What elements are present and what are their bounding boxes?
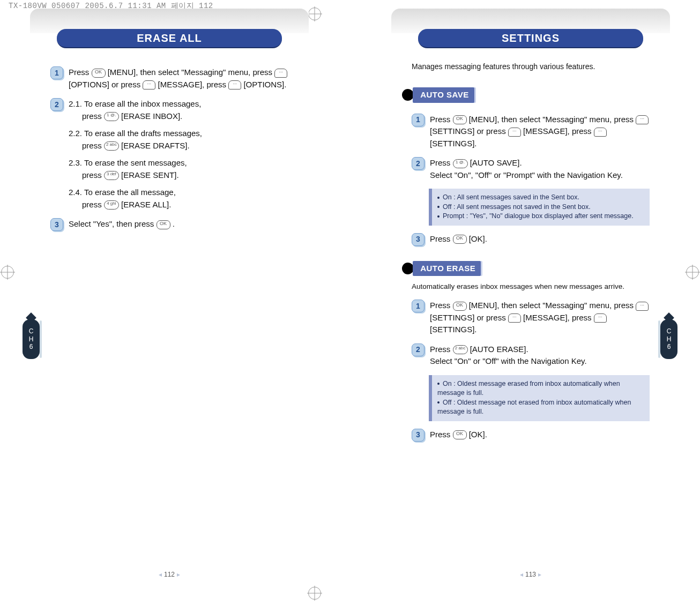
- ae-step-2: 2 Press 2 abc [AUTO ERASE]. Select "On" …: [412, 343, 650, 368]
- text-fragment: [OPTIONS] or press: [69, 80, 143, 89]
- page-title: ERASE ALL: [137, 32, 202, 44]
- text-fragment: [ERASE DRAFTS].: [121, 141, 190, 150]
- step-badge-3: 3: [50, 218, 63, 231]
- page-number-value: 112: [164, 571, 175, 578]
- softkey-icon: ···: [594, 313, 607, 323]
- page-number-value: 113: [525, 571, 536, 578]
- text-fragment: [MESSAGE], press: [521, 313, 594, 322]
- crop-mark-bottom: [307, 586, 322, 601]
- ae-step-3: 3 Press OK [OK].: [412, 429, 650, 442]
- crop-mark-right: [685, 265, 700, 280]
- text-fragment: Press: [430, 301, 453, 310]
- text-fragment: 2.2. To erase all the drafts messages,: [69, 129, 202, 138]
- chip-label: AUTO SAVE: [413, 87, 474, 103]
- numkey-2-icon: 2 abc: [453, 345, 468, 354]
- text-fragment: [MENU], then select "Messaging" menu, pr…: [467, 301, 636, 310]
- as-step-3-text: Press OK [OK].: [430, 233, 650, 246]
- text-fragment: [SETTINGS].: [430, 325, 477, 334]
- as-step-2-text: Press 1 @. [AUTO SAVE]. Select "On", "Of…: [430, 157, 650, 181]
- right-content: Manages messaging features through vario…: [391, 48, 670, 460]
- chapter-letter: C: [29, 327, 34, 335]
- substep: 2.3. To erase the sent messages, press 3…: [69, 157, 288, 181]
- step-badge-2: 2: [412, 343, 425, 356]
- chapter-number: 6: [667, 343, 671, 350]
- note-line: Off : All sent messages not saved in the…: [443, 203, 591, 211]
- ae-step-2-text: Press 2 abc [AUTO ERASE]. Select "On" or…: [430, 343, 650, 368]
- text-fragment: [MESSAGE], press: [521, 126, 594, 136]
- text-fragment: Select "Yes", then press: [69, 219, 157, 228]
- text-fragment: press: [82, 170, 104, 180]
- text-fragment: [ERASE ALL].: [121, 200, 171, 209]
- as-step-1-text: Press OK [MENU], then select "Messaging"…: [430, 114, 650, 150]
- as-step-2: 2 Press 1 @. [AUTO SAVE]. Select "On", "…: [412, 157, 650, 181]
- as-step-3: 3 Press OK [OK].: [412, 233, 650, 246]
- text-fragment: [OK].: [467, 430, 487, 439]
- step-badge-2: 2: [412, 157, 425, 170]
- text-fragment: press: [82, 141, 104, 150]
- text-fragment: [SETTINGS] or press: [430, 313, 508, 322]
- left-page: ERASE ALL 1 Press OK [MENU], then select…: [30, 9, 309, 584]
- lead-text: Manages messaging features through vario…: [412, 61, 650, 72]
- page-title: SETTINGS: [502, 32, 560, 44]
- ok-icon: OK: [157, 220, 170, 229]
- text-fragment: [AUTO ERASE].: [470, 345, 528, 354]
- right-page: SETTINGS Manages messaging features thro…: [391, 9, 670, 584]
- chapter-letter: C: [667, 327, 672, 335]
- page-number-left: ◂ 112 ▸: [159, 571, 180, 578]
- softkey-icon: ···: [228, 80, 241, 89]
- step-1: 1 Press OK [MENU], then select "Messagin…: [50, 66, 288, 91]
- text-fragment: Select "On" or "Off" with the Navigation…: [430, 356, 587, 365]
- ae-step-1-text: Press OK [MENU], then select "Messaging"…: [430, 300, 650, 336]
- numkey-3-icon: 3 def: [104, 171, 119, 180]
- page-number-wing-icon: ▸: [538, 571, 541, 578]
- softkey-icon: ···: [508, 313, 521, 323]
- title-bar: ERASE ALL: [30, 27, 309, 48]
- softkey-icon: ···: [636, 302, 649, 311]
- numkey-1-icon: 1 @.: [104, 112, 119, 121]
- auto-save-note: On : All sent messages saved in the Sent…: [429, 189, 650, 226]
- text-fragment: [OK].: [467, 234, 487, 243]
- text-fragment: Press: [430, 234, 453, 243]
- text-fragment: [MENU], then select "Messaging" menu, pr…: [106, 68, 275, 77]
- text-fragment: 2.1. To erase all the inbox messages,: [69, 99, 201, 108]
- ok-icon: OK: [453, 115, 467, 124]
- text-fragment: Select "On", "Off" or "Prompt" with the …: [430, 170, 623, 180]
- note-line: On : Oldest message erased from inbox au…: [437, 380, 620, 397]
- chip-dot-icon: [402, 89, 414, 101]
- ok-icon: OK: [453, 235, 467, 244]
- section-chip-auto-save: AUTO SAVE: [402, 87, 474, 103]
- text-fragment: 2.4. To erase the all message,: [69, 188, 176, 197]
- step-badge-1: 1: [50, 66, 63, 79]
- substep: 2.1. To erase all the inbox messages, pr…: [69, 98, 288, 122]
- step-3: 3 Select "Yes", then press OK .: [50, 218, 288, 231]
- step-badge-3: 3: [412, 233, 425, 246]
- text-fragment: 2.3. To erase the sent messages,: [69, 158, 187, 167]
- softkey-icon: ···: [143, 80, 155, 89]
- note-line: Prompt : "Yes", "No" dialogue box displa…: [443, 212, 634, 220]
- softkey-icon: ···: [508, 128, 521, 137]
- text-fragment: [ERASE SENT].: [121, 170, 179, 180]
- text-fragment: Press: [430, 430, 453, 439]
- step-3-text: Select "Yes", then press OK .: [69, 218, 288, 231]
- step-badge-1: 1: [412, 300, 425, 312]
- auto-erase-note: On : Oldest message erased from inbox au…: [429, 375, 650, 421]
- chapter-number: 6: [29, 343, 33, 350]
- text-fragment: Press: [69, 68, 92, 77]
- step-badge-3: 3: [412, 429, 425, 442]
- ok-icon: OK: [92, 69, 106, 78]
- as-step-1: 1 Press OK [MENU], then select "Messagin…: [412, 114, 650, 150]
- text-fragment: [SETTINGS].: [430, 139, 477, 148]
- page-number-right: ◂ 113 ▸: [520, 571, 541, 578]
- note-line: On : All sent messages saved in the Sent…: [443, 193, 579, 201]
- numkey-4-icon: 4 ghi: [104, 200, 119, 210]
- step-1-text: Press OK [MENU], then select "Messaging"…: [69, 66, 288, 91]
- substep: 2.4. To erase the all message, press 4 g…: [69, 186, 288, 211]
- text-fragment: Press: [430, 115, 453, 124]
- page-number-wing-icon: ◂: [520, 571, 523, 578]
- chapter-letter: H: [667, 335, 672, 343]
- text-fragment: .: [170, 219, 175, 228]
- title-pill: ERASE ALL: [57, 29, 282, 48]
- page-spread: ERASE ALL 1 Press OK [MENU], then select…: [30, 9, 670, 584]
- text-fragment: [SETTINGS] or press: [430, 126, 508, 136]
- numkey-2-icon: 2 abc: [104, 141, 119, 151]
